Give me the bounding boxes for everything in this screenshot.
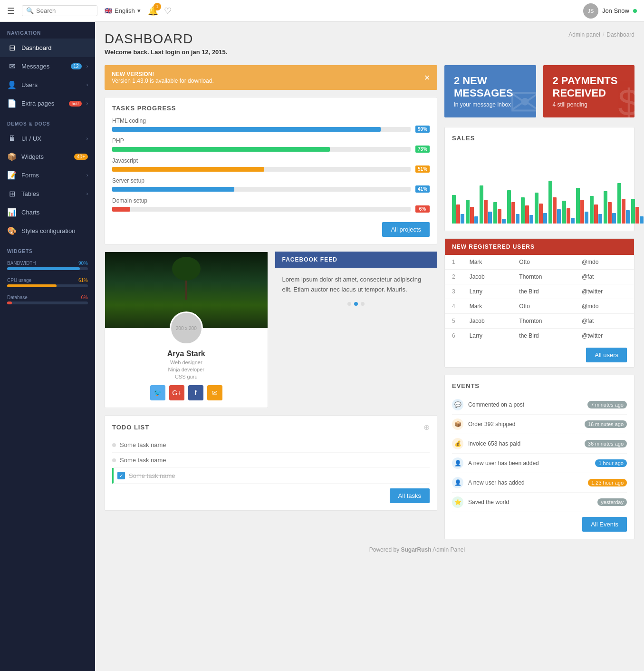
demos-section-title: DEMOS & DOCS bbox=[0, 113, 95, 129]
user-firstname: Jacob bbox=[462, 314, 512, 329]
sidebar-item-messages[interactable]: ✉ Messages 12 › bbox=[0, 57, 95, 76]
event-row: 👤 A new user has been added 1 hour ago bbox=[452, 454, 627, 473]
user-lastname: the Bird bbox=[512, 284, 575, 299]
todo-checkbox-3[interactable]: ✓ bbox=[117, 472, 125, 479]
sidebar-item-users[interactable]: 👤 Users › bbox=[0, 76, 95, 94]
carousel-dot-1[interactable] bbox=[347, 302, 351, 306]
bar-group bbox=[617, 183, 630, 224]
search-input[interactable] bbox=[36, 7, 93, 14]
language-selector[interactable]: 🇬🇧 English ▾ bbox=[105, 7, 141, 14]
payments-card[interactable]: 2 PAYMENTS RECEIVED 4 still pending $ bbox=[543, 65, 635, 117]
user-num: 2 bbox=[445, 270, 462, 284]
bar bbox=[594, 204, 598, 224]
bar bbox=[543, 213, 547, 224]
menu-toggle-icon[interactable]: ☰ bbox=[7, 6, 15, 16]
user-menu[interactable]: JS Jon Snow bbox=[583, 3, 637, 19]
notifications-icon[interactable]: 🔔 1 bbox=[148, 6, 158, 16]
bar bbox=[452, 195, 456, 224]
task-bar-row: 73% bbox=[112, 146, 430, 153]
rss-button[interactable]: ✉ bbox=[207, 385, 222, 400]
event-label: A new user has added bbox=[468, 479, 583, 486]
sidebar-item-widgets[interactable]: 📦 Widgets 40+ bbox=[0, 147, 95, 166]
bar bbox=[612, 213, 616, 224]
bar bbox=[622, 199, 625, 224]
all-events-button[interactable]: All Events bbox=[582, 517, 627, 532]
cpu-widget: CPU usage 61% bbox=[0, 274, 95, 291]
sidebar-item-charts[interactable]: 📊 Charts bbox=[0, 203, 95, 222]
alert-close-button[interactable]: ✕ bbox=[424, 73, 430, 82]
task-bar-container bbox=[112, 207, 411, 212]
task-bar-bg bbox=[112, 167, 411, 172]
cpu-bar-bg bbox=[7, 284, 88, 287]
google-button[interactable]: G+ bbox=[169, 385, 184, 400]
sidebar-item-uiux[interactable]: 🖥 UI / UX › bbox=[0, 129, 95, 147]
todo-add-icon[interactable]: ⊕ bbox=[423, 423, 430, 432]
extra-arrow: › bbox=[87, 101, 88, 106]
search-icon: 🔍 bbox=[26, 7, 34, 14]
bar bbox=[484, 200, 488, 224]
bar bbox=[548, 181, 552, 224]
messages-card[interactable]: 2 NEW MESSAGES in your message inbox ✉ bbox=[444, 65, 536, 117]
carousel-dot-2[interactable] bbox=[354, 302, 358, 306]
page-footer: Powered by SugarRush Admin Panel bbox=[200, 539, 634, 560]
carousel-dot-3[interactable] bbox=[361, 302, 365, 306]
right-column: 2 NEW MESSAGES in your message inbox ✉ 2… bbox=[444, 65, 634, 539]
todo-item-3: ✓ Some task name bbox=[112, 468, 430, 484]
task-bar-bg bbox=[112, 187, 411, 192]
sidebar-item-extra[interactable]: 📄 Extra pages hot! › bbox=[0, 94, 95, 113]
user-firstname: Mark bbox=[462, 255, 512, 270]
all-tasks-button[interactable]: All tasks bbox=[390, 488, 430, 503]
bar bbox=[474, 216, 478, 224]
bar-group bbox=[548, 181, 561, 224]
top-navbar: ☰ 🔍 🇬🇧 English ▾ 🔔 1 ♡ JS Jon Snow bbox=[0, 0, 644, 22]
user-num: 6 bbox=[445, 329, 462, 343]
users-table: 1 Mark Otto @mdo 2 Jacob Thornton @fat 3… bbox=[445, 255, 634, 343]
favorites-icon[interactable]: ♡ bbox=[164, 6, 172, 16]
sidebar-item-forms[interactable]: 📝 Forms › bbox=[0, 166, 95, 185]
event-icon: ⭐ bbox=[452, 496, 463, 508]
task-row: PHP 73% bbox=[112, 137, 430, 153]
language-label: English bbox=[115, 7, 135, 14]
sidebar-item-tables[interactable]: ⊞ Tables › bbox=[0, 185, 95, 203]
event-icon: 💰 bbox=[452, 438, 463, 449]
database-bar-fill bbox=[7, 301, 12, 304]
task-bar-fill bbox=[112, 187, 234, 192]
last-login-date: jan 12, 2015. bbox=[191, 49, 228, 56]
alert-text: NEW VERSION! Version 1.43.0 is available… bbox=[112, 71, 214, 84]
task-bar-row: 41% bbox=[112, 185, 430, 193]
all-projects-button[interactable]: All projects bbox=[382, 222, 430, 237]
bar-group bbox=[521, 197, 533, 224]
todo-title: TODO LIST bbox=[112, 424, 149, 431]
bar bbox=[456, 204, 460, 224]
user-lastname: the Bird bbox=[512, 329, 575, 343]
bar bbox=[525, 205, 529, 224]
widgets-badge: 40+ bbox=[74, 154, 88, 160]
task-label: Domain setup bbox=[112, 197, 430, 204]
sidebar-item-dashboard[interactable]: ⊟ Dashboard bbox=[0, 39, 95, 57]
user-firstname: Jacob bbox=[462, 270, 512, 284]
facebook-button[interactable]: f bbox=[188, 385, 203, 400]
alert-message: Version 1.43.0 is available for download… bbox=[112, 78, 214, 84]
all-projects-btn-row: All projects bbox=[112, 217, 430, 237]
bar bbox=[557, 209, 561, 224]
bar-group bbox=[480, 185, 492, 224]
footer-suffix: Admin Panel bbox=[433, 546, 465, 553]
user-lastname: Thornton bbox=[512, 270, 575, 284]
table-row: 6 Larry the Bird @twitter bbox=[445, 329, 634, 343]
all-users-button[interactable]: All users bbox=[586, 348, 627, 362]
task-label: Javascript bbox=[112, 157, 430, 164]
event-icon: 📦 bbox=[452, 418, 463, 430]
breadcrumb: Admin panel / Dashboard bbox=[568, 31, 634, 38]
user-handle: @fat bbox=[575, 270, 634, 284]
todo-item-1: Some task name bbox=[112, 438, 430, 453]
user-handle: @mdo bbox=[575, 299, 634, 314]
todo-header: TODO LIST ⊕ bbox=[112, 423, 430, 432]
events-panel: EVENTS 💬 Commented on a post 7 minutes a… bbox=[444, 375, 634, 539]
table-row: 2 Jacob Thornton @fat bbox=[445, 270, 634, 284]
twitter-button[interactable]: 🐦 bbox=[150, 385, 165, 400]
sidebar-item-styles[interactable]: 🎨 Styles configuration bbox=[0, 222, 95, 240]
task-bar-container bbox=[112, 127, 411, 132]
bar-group bbox=[631, 199, 644, 224]
bar-group bbox=[576, 188, 588, 224]
nav-icon-group: 🔔 1 ♡ bbox=[148, 6, 172, 16]
